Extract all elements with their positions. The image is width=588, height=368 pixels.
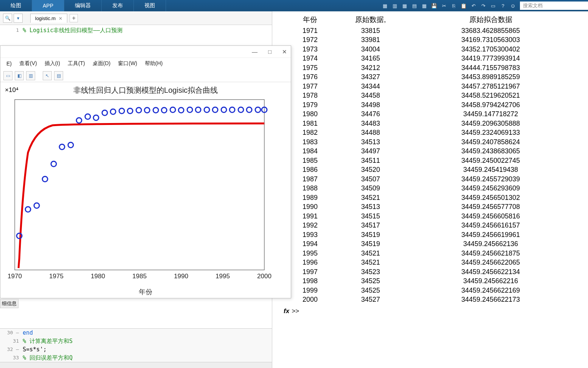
cut-icon[interactable]: ✂ <box>440 2 448 10</box>
palette-icon[interactable]: ▥ <box>26 71 35 80</box>
y-exponent: ×10⁴ <box>5 86 19 94</box>
code-line: 31 % 计算离差平方和S <box>0 337 272 345</box>
code-line: 33 % 回归误差平方和Q <box>0 354 272 362</box>
menu-edit[interactable]: E) <box>3 61 15 67</box>
chart-title: 非线性回归人口预测模型的Logisic拟合曲线 <box>73 85 218 95</box>
svg-point-7 <box>68 142 73 148</box>
save-figure-icon[interactable]: ▭ <box>3 71 12 80</box>
svg-point-17 <box>153 108 158 113</box>
table-row: 19973452334459.2456622134 <box>284 267 577 277</box>
svg-point-14 <box>127 108 133 114</box>
table-row: 19983452534459.245662216 <box>284 276 577 286</box>
layout-icon-5[interactable]: ▦ <box>420 2 428 10</box>
svg-point-13 <box>119 108 124 114</box>
svg-point-26 <box>230 107 235 112</box>
table-row: 19823448834459.2324069133 <box>284 128 577 137</box>
menu-tools[interactable]: 工具(T) <box>65 60 88 67</box>
menu-desktop[interactable]: 桌面(D) <box>90 60 113 67</box>
svg-point-28 <box>247 107 252 112</box>
dock-icon[interactable]: ◧ <box>15 71 24 80</box>
layout-icon-4[interactable]: ▤ <box>410 2 419 10</box>
svg-point-18 <box>161 108 167 113</box>
table-row: 19833451334459.2407858624 <box>284 137 577 147</box>
window-icon[interactable]: ▭ <box>489 2 497 10</box>
dropdown-icon[interactable]: ▾ <box>14 14 23 23</box>
editor-bottom[interactable]: 30 —end31 % 计算离差平方和S32 —S=s*s';33 % 回归误差… <box>0 328 272 368</box>
svg-point-11 <box>102 110 107 115</box>
paste-icon[interactable]: 📋 <box>459 2 468 10</box>
plot-area[interactable]: ×10⁴ 非线性回归人口预测模型的Logisic拟合曲线 <box>0 82 291 298</box>
table-row: 19793449834458.9794242706 <box>284 100 577 110</box>
editor-tab-bar: logistic.m ✕ + <box>26 11 272 25</box>
ribbon: 绘图 APP 编辑器 发布 视图 ▦ ▥ ▦ ▤ ▦ 💾 ✂ ⎘ 📋 ↶ ↷ ▭… <box>0 0 588 11</box>
svg-point-16 <box>144 108 150 113</box>
fx-prompt[interactable]: fx>> <box>284 307 577 315</box>
search-icon[interactable]: 🔍 <box>3 14 12 23</box>
x-ticks: 197019751980 198519901995 2000 <box>8 273 272 280</box>
h-scrollbar[interactable] <box>0 362 272 368</box>
add-tab-button[interactable]: + <box>70 14 78 22</box>
table-row: 19923451734459.2456616157 <box>284 221 577 230</box>
table-row: 19933451934459.2456619961 <box>284 230 577 240</box>
copy-icon[interactable]: ⎘ <box>450 2 458 10</box>
svg-text:2000: 2000 <box>257 273 272 280</box>
table-row: 19953452134459.2456621875 <box>284 249 577 258</box>
dropdown-icon[interactable]: ⊙ <box>509 2 517 10</box>
menu-window[interactable]: 窗口(W) <box>115 60 140 67</box>
pointer-icon[interactable]: ↖ <box>43 71 52 80</box>
svg-text:1995: 1995 <box>216 273 230 280</box>
svg-text:1980: 1980 <box>91 273 105 280</box>
menu-view[interactable]: 查看(V) <box>16 60 40 67</box>
table-row: 19763432734453.8989185259 <box>284 72 577 82</box>
figure-menu-bar: E) 查看(V) 插入(I) 工具(T) 桌面(D) 窗口(W) 帮助(H) <box>0 58 291 69</box>
layout-icon-1[interactable]: ▦ <box>381 2 389 10</box>
detail-panel-label[interactable]: 细信息 <box>0 299 19 308</box>
svg-text:1975: 1975 <box>49 273 64 280</box>
svg-point-23 <box>204 107 209 112</box>
close-icon[interactable]: ✕ <box>282 48 287 55</box>
code-line: 30 —end <box>0 329 272 337</box>
redo-icon[interactable]: ↷ <box>479 2 487 10</box>
svg-point-24 <box>213 107 218 112</box>
figure-title-bar[interactable]: — □ ✕ <box>0 46 291 58</box>
file-tab-logistic[interactable]: logistic.m ✕ <box>30 14 67 23</box>
svg-point-25 <box>221 107 227 112</box>
scatter-points <box>17 107 267 239</box>
fitted-curve <box>19 123 264 268</box>
table-row: 19993452534459.2456622169 <box>284 286 577 295</box>
svg-point-9 <box>85 114 90 119</box>
table-row: 19853451134459.2450022745 <box>284 156 577 165</box>
menu-help[interactable]: 帮助(H) <box>142 60 166 67</box>
layout-icon-3[interactable]: ▦ <box>400 2 409 10</box>
tab-close-icon[interactable]: ✕ <box>59 16 62 21</box>
minimize-icon[interactable]: — <box>252 48 258 55</box>
table-row: 19863452034459.245419438 <box>284 165 577 175</box>
ribbon-tab-editor[interactable]: 编辑器 <box>64 0 102 11</box>
save-icon[interactable]: 💾 <box>430 2 438 10</box>
svg-point-29 <box>255 107 261 112</box>
undo-icon[interactable]: ↶ <box>469 2 478 10</box>
svg-point-15 <box>136 108 141 113</box>
search-input[interactable]: 搜索文档 <box>520 2 588 10</box>
maximize-icon[interactable]: □ <box>268 48 272 55</box>
table-row: 19803447634459.147718272 <box>284 109 577 119</box>
ribbon-tab-plot[interactable]: 绘图 <box>0 0 32 11</box>
table-row: 19723398134169.7310563003 <box>284 35 577 45</box>
ribbon-tab-publish[interactable]: 发布 <box>102 0 134 11</box>
table-row: 19963452134459.2456622065 <box>284 258 577 267</box>
layout-icon-2[interactable]: ▥ <box>391 2 399 10</box>
figure-toolbar: ▭ ◧ ▥ ↖ ▤ <box>0 69 291 82</box>
ribbon-tab-view[interactable]: 视图 <box>134 0 166 11</box>
svg-point-22 <box>195 107 201 112</box>
editor-area[interactable]: 1 % Logisic非线性回归模型——人口预测 <box>0 26 272 36</box>
help-icon[interactable]: ? <box>499 2 507 10</box>
command-window[interactable]: 年份 原始数据, 原始拟合数据 19713381533683.462885586… <box>272 11 588 368</box>
menu-insert[interactable]: 插入(I) <box>42 60 63 67</box>
table-row: 19733400434352.1705300402 <box>284 45 577 54</box>
table-row: 19873450734459.2455729039 <box>284 175 577 184</box>
table-row: 19883450934459.2456293609 <box>284 184 577 193</box>
ribbon-tab-app[interactable]: APP <box>32 0 64 11</box>
inspect-icon[interactable]: ▤ <box>54 71 63 80</box>
svg-point-27 <box>238 107 244 112</box>
svg-text:1990: 1990 <box>174 273 188 280</box>
